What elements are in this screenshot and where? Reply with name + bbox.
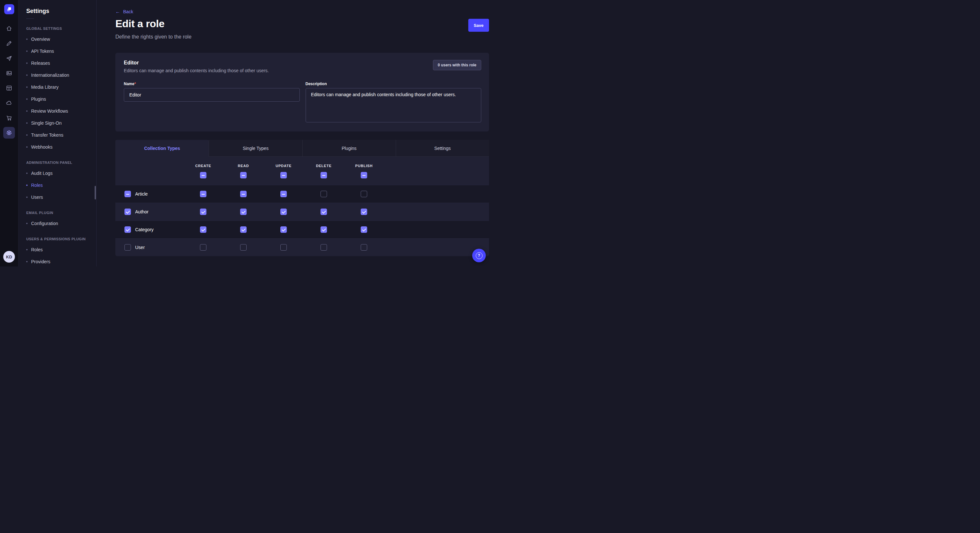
article-row-checkbox[interactable] bbox=[124, 191, 131, 197]
save-button[interactable]: Save bbox=[468, 19, 489, 32]
sidebar-item-media-library[interactable]: Media Library bbox=[26, 81, 89, 93]
nav-marketplace-button[interactable] bbox=[3, 112, 15, 124]
sidebar-item-transfer-tokens[interactable]: Transfer Tokens bbox=[26, 129, 89, 141]
tab-settings[interactable]: Settings bbox=[396, 140, 489, 157]
select-all-read-checkbox[interactable] bbox=[240, 172, 247, 178]
select-all-create-checkbox[interactable] bbox=[200, 172, 207, 178]
user-read-checkbox[interactable] bbox=[240, 244, 247, 251]
category-update-checkbox[interactable] bbox=[280, 226, 287, 233]
description-field: Description Editors can manage and publi… bbox=[305, 82, 482, 124]
sidebar-item-webhooks[interactable]: Webhooks bbox=[26, 141, 89, 153]
author-create-checkbox[interactable] bbox=[200, 209, 207, 215]
column-update: UPDATE bbox=[264, 164, 304, 178]
user-delete-checkbox[interactable] bbox=[320, 244, 327, 251]
nav-deploy-button[interactable] bbox=[3, 52, 15, 64]
permission-row-user: User bbox=[115, 238, 489, 256]
category-create-checkbox[interactable] bbox=[200, 226, 207, 233]
main-nav-rail: KD bbox=[0, 0, 19, 266]
sidebar-item-up-roles[interactable]: Roles bbox=[26, 244, 89, 255]
column-label: UPDATE bbox=[275, 164, 291, 168]
permission-row-author: Author bbox=[115, 203, 489, 220]
home-icon bbox=[6, 25, 12, 32]
bullet-icon bbox=[26, 173, 27, 174]
bullet-icon bbox=[26, 51, 27, 52]
select-all-delete-checkbox[interactable] bbox=[320, 172, 327, 178]
user-row-checkbox[interactable] bbox=[124, 244, 131, 251]
user-create-checkbox[interactable] bbox=[200, 244, 207, 251]
nav-settings-button[interactable] bbox=[3, 127, 15, 139]
article-publish-checkbox[interactable] bbox=[361, 191, 367, 197]
user-publish-checkbox[interactable] bbox=[361, 244, 367, 251]
category-delete-checkbox[interactable] bbox=[320, 226, 327, 233]
sidebar-item-users[interactable]: Users bbox=[26, 191, 89, 203]
users-with-role-badge[interactable]: 0 users with this role bbox=[433, 60, 481, 70]
permissions-card: Collection Types Single Types Plugins Se… bbox=[115, 140, 489, 256]
row-label: Article bbox=[135, 191, 148, 197]
role-description-text: Editors can manage and publish contents … bbox=[124, 68, 269, 73]
article-create-checkbox[interactable] bbox=[200, 191, 207, 197]
section-label-users-permissions-plugin: USERS & PERMISSIONS PLUGIN bbox=[26, 237, 89, 241]
tab-collection-types[interactable]: Collection Types bbox=[115, 140, 209, 157]
category-read-checkbox[interactable] bbox=[240, 226, 247, 233]
sidebar-item-up-providers[interactable]: Providers bbox=[26, 255, 89, 266]
sidebar-item-internationalization[interactable]: Internationalization bbox=[26, 69, 89, 81]
category-publish-checkbox[interactable] bbox=[361, 226, 367, 233]
sidebar-item-api-tokens[interactable]: API Tokens bbox=[26, 45, 89, 57]
bullet-icon bbox=[26, 185, 27, 186]
question-mark-icon: ? bbox=[476, 252, 482, 259]
sidebar-item-overview[interactable]: Overview bbox=[26, 33, 89, 45]
role-description-input[interactable]: Editors can manage and publish contents … bbox=[305, 88, 482, 122]
bullet-icon bbox=[26, 249, 27, 250]
cloud-icon bbox=[6, 100, 12, 106]
author-row-checkbox[interactable] bbox=[124, 209, 131, 215]
back-link[interactable]: ← Back bbox=[115, 9, 133, 14]
help-button[interactable]: ? bbox=[472, 249, 486, 262]
author-update-checkbox[interactable] bbox=[280, 209, 287, 215]
sidebar-item-single-sign-on[interactable]: Single Sign-On bbox=[26, 117, 89, 129]
author-publish-checkbox[interactable] bbox=[361, 209, 367, 215]
column-label: CREATE bbox=[195, 164, 211, 168]
nav-home-button[interactable] bbox=[3, 23, 15, 34]
sidebar-item-audit-logs[interactable]: Audit Logs bbox=[26, 167, 89, 179]
layout-icon bbox=[6, 85, 12, 91]
cart-icon bbox=[6, 115, 12, 121]
email-plugin-list: Configuration bbox=[26, 217, 89, 229]
user-update-checkbox[interactable] bbox=[280, 244, 287, 251]
global-settings-list: Overview API Tokens Releases Internation… bbox=[26, 33, 89, 153]
nav-media-library-button[interactable] bbox=[3, 67, 15, 79]
select-all-update-checkbox[interactable] bbox=[280, 172, 287, 178]
required-asterisk: * bbox=[135, 82, 136, 86]
row-label: Category bbox=[135, 227, 154, 232]
select-all-publish-checkbox[interactable] bbox=[361, 172, 367, 178]
article-update-checkbox[interactable] bbox=[280, 191, 287, 197]
pictures-icon bbox=[6, 70, 12, 76]
article-delete-checkbox[interactable] bbox=[320, 191, 327, 197]
sidebar-item-configuration[interactable]: Configuration bbox=[26, 217, 89, 229]
sidebar-item-review-workflows[interactable]: Review Workflows bbox=[26, 105, 89, 117]
nav-cloud-button[interactable] bbox=[3, 97, 15, 109]
sidebar-item-releases[interactable]: Releases bbox=[26, 57, 89, 69]
strapi-logo[interactable] bbox=[4, 4, 14, 14]
sidebar-item-label: Single Sign-On bbox=[31, 121, 62, 125]
sidebar-item-roles[interactable]: Roles bbox=[26, 179, 89, 191]
bullet-icon bbox=[26, 98, 27, 100]
article-read-checkbox[interactable] bbox=[240, 191, 247, 197]
author-read-checkbox[interactable] bbox=[240, 209, 247, 215]
tab-plugins[interactable]: Plugins bbox=[302, 140, 396, 157]
page-title: Edit a role bbox=[115, 18, 164, 30]
tab-single-types[interactable]: Single Types bbox=[209, 140, 302, 157]
author-delete-checkbox[interactable] bbox=[320, 209, 327, 215]
nav-content-manager-button[interactable] bbox=[3, 82, 15, 94]
permissions-tabbar: Collection Types Single Types Plugins Se… bbox=[115, 140, 489, 157]
column-create: CREATE bbox=[183, 164, 223, 178]
nav-content-builder-button[interactable] bbox=[3, 38, 15, 49]
sidebar-item-plugins[interactable]: Plugins bbox=[26, 93, 89, 105]
bullet-icon bbox=[26, 110, 27, 112]
category-row-checkbox[interactable] bbox=[124, 226, 131, 233]
sidebar-scrollbar-thumb[interactable] bbox=[95, 186, 96, 200]
role-name-input[interactable] bbox=[124, 88, 300, 102]
user-avatar[interactable]: KD bbox=[3, 251, 15, 263]
bullet-icon bbox=[26, 223, 27, 224]
rail-icon-nav bbox=[3, 23, 15, 139]
sidebar-item-label: Internationalization bbox=[31, 73, 69, 78]
